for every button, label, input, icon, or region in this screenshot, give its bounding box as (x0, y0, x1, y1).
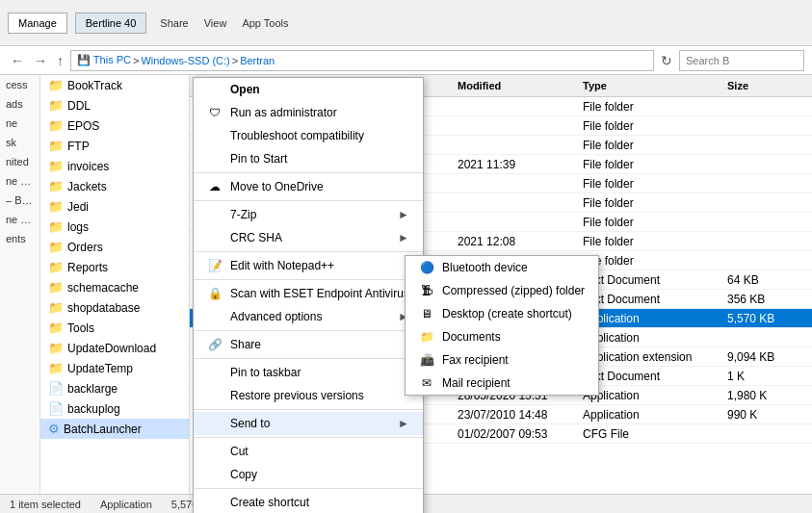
file-type: Application (583, 389, 727, 402)
context-menu-item-7-zip[interactable]: 7-Zip ► (194, 203, 423, 226)
sidebar-item-8[interactable]: ents (0, 229, 39, 248)
nav-BatchLauncher[interactable]: ⚙BatchLauncher (40, 419, 189, 439)
context-menu-separator (194, 200, 423, 201)
nav-logs[interactable]: 📁logs (40, 217, 189, 237)
folder-icon: 📁 (48, 159, 64, 173)
share-btn[interactable]: Share (154, 15, 194, 31)
file-icon: 📄 (48, 401, 64, 416)
sidebar-item-6[interactable]: – Batch I (0, 191, 39, 210)
address-path[interactable]: 💾 This PC > Windows-SSD (C:) > Bertran (70, 50, 654, 71)
file-type: File folder (583, 100, 727, 114)
nav-backuplog[interactable]: 📄backuplog (40, 398, 189, 419)
context-menu-item-move-to-onedrive[interactable]: ☁ Move to OneDrive (194, 175, 423, 198)
toolbar-groups: Share View App Tools (154, 15, 294, 31)
refresh-btn[interactable]: ↻ (658, 53, 675, 68)
file-type: Application extension (583, 350, 727, 364)
context-menu-separator (194, 488, 423, 489)
context-menu-item-advanced-options[interactable]: Advanced options ► (194, 305, 423, 328)
sidebar-item-1[interactable]: ads (0, 94, 39, 114)
sidebar-item-5[interactable]: ne – Docu (0, 171, 39, 191)
context-menu-item-run-as-administrator[interactable]: 🛡 Run as administrator (194, 101, 423, 124)
folder-icon: 📁 (48, 300, 64, 315)
menu-item-icon: 📝 (207, 259, 223, 272)
context-menu-item-open[interactable]: Open (194, 78, 423, 101)
context-menu-item-share[interactable]: 🔗 Share (194, 333, 423, 356)
sendto-item-mail-recipient[interactable]: ✉ Mail recipient (406, 372, 598, 395)
context-menu-item-pin-to-start[interactable]: Pin to Start (194, 147, 423, 170)
folder-icon: 📁 (48, 341, 64, 355)
context-menu-item-cut[interactable]: Cut (194, 440, 423, 463)
header-modified[interactable]: Modified (458, 78, 583, 93)
path-thispc[interactable]: 💾 This PC (77, 54, 131, 66)
context-menu-item-restore-previous-versions[interactable]: Restore previous versions (194, 384, 423, 407)
nav-Orders[interactable]: 📁Orders (40, 237, 189, 257)
sidebar-item-3[interactable]: sk (0, 133, 39, 152)
sendto-item-compressed-(zipped)-folder[interactable]: 🗜 Compressed (zipped) folder (406, 279, 598, 302)
nav-invoices[interactable]: 📁invoices (40, 156, 189, 176)
path-drive[interactable]: Windows-SSD (C:) (141, 55, 229, 66)
manage-tab[interactable]: Manage (8, 13, 67, 34)
submenu-arrow-icon: ► (398, 208, 409, 221)
nav-schemacache[interactable]: 📁schemacache (40, 277, 189, 297)
sidebar-item-0[interactable]: cess (0, 75, 39, 94)
path-folder[interactable]: Bertran (240, 55, 275, 66)
search-input[interactable] (679, 50, 804, 71)
address-bar: ← → ↑ 💾 This PC > Windows-SSD (C:) > Ber… (0, 46, 812, 75)
nav-backlarge[interactable]: 📄backlarge (40, 378, 189, 398)
nav-UpdateDownload[interactable]: 📁UpdateDownload (40, 338, 189, 358)
file-type: Application (583, 408, 727, 422)
menu-item-label: Create shortcut (230, 496, 309, 509)
menu-item-label: Run as administrator (230, 106, 337, 119)
context-menu-separator (194, 358, 423, 359)
context-menu-item-send-to[interactable]: Send to ► (194, 412, 423, 435)
file-modified: 01/02/2007 09:53 (458, 427, 583, 441)
app-tools-btn[interactable]: App Tools (236, 15, 294, 31)
bertline-tab[interactable]: Bertline 40 (75, 13, 147, 34)
menu-item-label: Edit with Notepad++ (230, 259, 334, 272)
view-btn[interactable]: View (198, 15, 233, 31)
forward-btn[interactable]: → (31, 53, 50, 68)
nav-Reports[interactable]: 📁Reports (40, 257, 189, 277)
sendto-item-fax-recipient[interactable]: 📠 Fax recipient (406, 348, 598, 372)
context-menu-item-create-shortcut[interactable]: Create shortcut (194, 491, 423, 513)
sidebar-item-7[interactable]: ne – Backup (0, 210, 39, 229)
nav-EPOS[interactable]: 📁EPOS (40, 115, 189, 136)
nav-UpdateTemp[interactable]: 📁UpdateTemp (40, 358, 189, 378)
context-menu-item-crc-sha[interactable]: CRC SHA ► (194, 226, 423, 249)
nav-Jedi[interactable]: 📁Jedi (40, 196, 189, 217)
nav-DDL[interactable]: 📁DDL (40, 95, 189, 115)
nav-panel: 📁BookTrack 📁DDL 📁EPOS 📁FTP 📁invoices 📁Ja… (40, 75, 190, 513)
sendto-item-documents[interactable]: 📁 Documents (406, 325, 598, 348)
file-type: Text Document (583, 273, 727, 287)
menu-item-icon: 🔗 (207, 338, 223, 351)
file-size: 1,980 K (727, 389, 804, 402)
file-modified: 2021 12:08 (458, 235, 583, 248)
sendto-item-desktop-(create-shortcut)[interactable]: 🖥 Desktop (create shortcut) (406, 302, 598, 325)
nav-BookTrack[interactable]: 📁BookTrack (40, 75, 189, 95)
sendto-item-bluetooth-device[interactable]: 🔵 Bluetooth device (406, 256, 598, 279)
back-btn[interactable]: ← (8, 53, 27, 68)
sendto-item-label: Desktop (create shortcut) (442, 307, 572, 321)
nav-shopdatabase[interactable]: 📁shopdatabase (40, 297, 189, 318)
context-menu: Open 🛡 Run as administrator Troubleshoot… (193, 77, 424, 513)
context-menu-item-pin-to-taskbar[interactable]: Pin to taskbar (194, 361, 423, 384)
nav-FTP[interactable]: 📁FTP (40, 136, 189, 156)
file-type: File folder (583, 235, 727, 248)
sendto-item-icon: 🔵 (419, 261, 434, 274)
context-menu-item-troubleshoot-compatibility[interactable]: Troubleshoot compatibility (194, 124, 423, 147)
sendto-item-label: Mail recipient (442, 376, 511, 390)
context-menu-item-scan-with-eset-endpoint-antivirus[interactable]: 🔒 Scan with ESET Endpoint Antivirus (194, 282, 423, 305)
context-menu-item-copy[interactable]: Copy (194, 463, 423, 486)
up-btn[interactable]: ↑ (54, 53, 66, 68)
sidebar-item-2[interactable]: ne (0, 114, 39, 133)
header-size[interactable]: Size (727, 78, 804, 93)
nav-Tools[interactable]: 📁Tools (40, 318, 189, 338)
nav-Jackets[interactable]: 📁Jackets (40, 176, 189, 196)
sendto-item-icon: 📠 (419, 353, 434, 367)
header-type[interactable]: Type (583, 78, 727, 93)
menu-item-icon: 🛡 (207, 106, 223, 119)
sidebar-item-4[interactable]: nited (0, 152, 39, 171)
menu-item-label: 7-Zip (230, 208, 256, 221)
file-modified: 23/07/2010 14:48 (458, 408, 583, 422)
context-menu-item-edit-with-notepad++[interactable]: 📝 Edit with Notepad++ (194, 254, 423, 277)
